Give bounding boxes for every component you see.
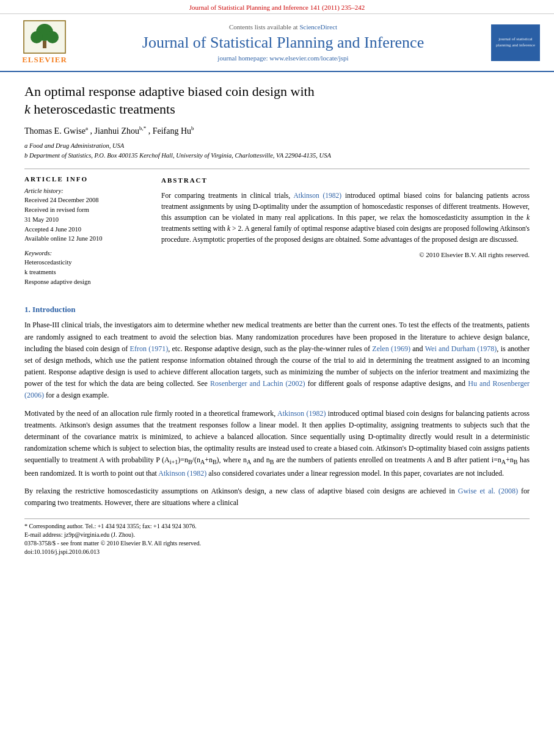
copyright-line: © 2010 Elsevier B.V. All rights reserved… <box>161 250 530 260</box>
elsevier-brand-text: ELSEVIER <box>22 55 67 65</box>
affiliation-b: b Department of Statistics, P.O. Box 400… <box>24 151 530 161</box>
elsevier-logo: ELSEVIER <box>11 20 78 65</box>
author-email[interactable]: jz9p@virginia.edu <box>64 531 109 538</box>
journal-top-bar: Journal of Statistical Planning and Infe… <box>0 0 554 14</box>
body-paragraph-3: By relaxing the restrictive homoscedasti… <box>24 485 530 509</box>
section-1-heading: 1. Introduction <box>24 305 530 314</box>
link-atkinson-1982-p2b[interactable]: Atkinson (1982) <box>158 469 206 478</box>
affiliations: a Food and Drug Administration, USA b De… <box>24 141 530 161</box>
link-rosenberger-lachin[interactable]: Rosenberger and Lachin (2002) <box>210 379 305 388</box>
email-label: E-mail address: <box>24 531 62 538</box>
page-footer: * Corresponding author. Tel.: +1 434 924… <box>24 518 530 555</box>
email-person: (J. Zhou). <box>111 531 135 538</box>
history-content: Received 24 December 2008 Received in re… <box>24 195 147 244</box>
issn-note: 0378-3758/$ - see front matter © 2010 El… <box>24 540 530 547</box>
keyword-3: Response adaptive design <box>24 277 147 287</box>
sciencedirect-link[interactable]: ScienceDirect <box>299 23 337 31</box>
keyword-1: Heteroscedasticity <box>24 258 147 267</box>
journal-header-right: journal of statistical planning and infe… <box>488 24 543 61</box>
authors-line: Thomas E. Gwisea , Jianhui Zhoub,* , Fei… <box>24 125 530 136</box>
email-note: E-mail address: jz9p@virginia.edu (J. Zh… <box>24 531 530 538</box>
contents-availability: Contents lists available at ScienceDirec… <box>78 23 488 31</box>
keywords-label: Keywords: <box>24 250 147 256</box>
accepted-date: Accepted 4 June 2010 <box>24 225 147 234</box>
journal-header-center: Contents lists available at ScienceDirec… <box>78 23 488 62</box>
abstract-column: ABSTRACT For comparing treatments in cli… <box>161 175 530 293</box>
abstract-k-italic-1: k <box>527 214 530 221</box>
article-history-section: Article history: Received 24 December 20… <box>24 187 147 244</box>
received-revised-label: Received in revised form <box>24 205 147 215</box>
svg-rect-4 <box>43 41 46 48</box>
body-paragraph-2: Motivated by the need of an allocation r… <box>24 408 530 479</box>
journal-header: ELSEVIER Contents lists available at Sci… <box>0 14 554 72</box>
link-atkinson-1982-p2[interactable]: Atkinson (1982) <box>277 409 326 418</box>
affiliation-a: a Food and Drug Administration, USA <box>24 141 530 151</box>
doi-line: doi:10.1016/j.jspi.2010.06.013 <box>24 548 530 555</box>
abstract-text: For comparing treatments in clinical tri… <box>161 191 530 245</box>
link-wei-durham[interactable]: Wei and Durham (1978) <box>425 344 497 353</box>
keyword-2: k treatments <box>24 267 147 277</box>
available-date: Available online 12 June 2010 <box>24 234 147 244</box>
journal-homepage: journal homepage: www.elsevier.com/locat… <box>78 54 488 62</box>
svg-point-3 <box>46 31 59 43</box>
article-title: An optimal response adaptive biased coin… <box>24 83 530 118</box>
header-divider <box>24 169 530 169</box>
keywords-section: Keywords: Heteroscedasticity k treatment… <box>24 250 147 286</box>
journal-title: Journal of Statistical Planning and Infe… <box>78 33 488 52</box>
received-revised-date: 31 May 2010 <box>24 215 147 225</box>
article-content: An optimal response adaptive biased coin… <box>0 72 554 567</box>
abstract-heading: ABSTRACT <box>161 175 530 186</box>
abstract-link-atkinson[interactable]: Atkinson (1982) <box>293 192 341 199</box>
link-gwise-2008[interactable]: Gwise et al. (2008) <box>458 487 518 495</box>
article-info-column: ARTICLE INFO Article history: Received 2… <box>24 175 147 293</box>
journal-thumbnail: journal of statistical planning and infe… <box>491 24 540 61</box>
keywords-content: Heteroscedasticity k treatments Response… <box>24 258 147 286</box>
link-zelen[interactable]: Zelen (1969) <box>372 344 410 353</box>
corresponding-author-note: * Corresponding author. Tel.: +1 434 924… <box>24 523 530 529</box>
author-gwise: Thomas E. Gwise <box>24 126 86 136</box>
link-efron[interactable]: Efron (1971) <box>130 344 169 353</box>
journal-citation: Journal of Statistical Planning and Infe… <box>189 4 365 11</box>
homepage-url[interactable]: www.elsevier.com/locate/jspi <box>269 54 348 62</box>
two-column-section: ARTICLE INFO Article history: Received 2… <box>24 175 530 293</box>
elsevier-tree-icon <box>23 20 66 54</box>
title-italic-k: k <box>24 101 31 117</box>
body-section: 1. Introduction In Phase-III clinical tr… <box>24 305 530 509</box>
received-date-1: Received 24 December 2008 <box>24 195 147 205</box>
body-paragraph-1: In Phase-III clinical trials, the invest… <box>24 319 530 401</box>
history-label: Article history: <box>24 187 147 194</box>
svg-point-2 <box>31 31 43 43</box>
article-info-heading: ARTICLE INFO <box>24 175 147 183</box>
